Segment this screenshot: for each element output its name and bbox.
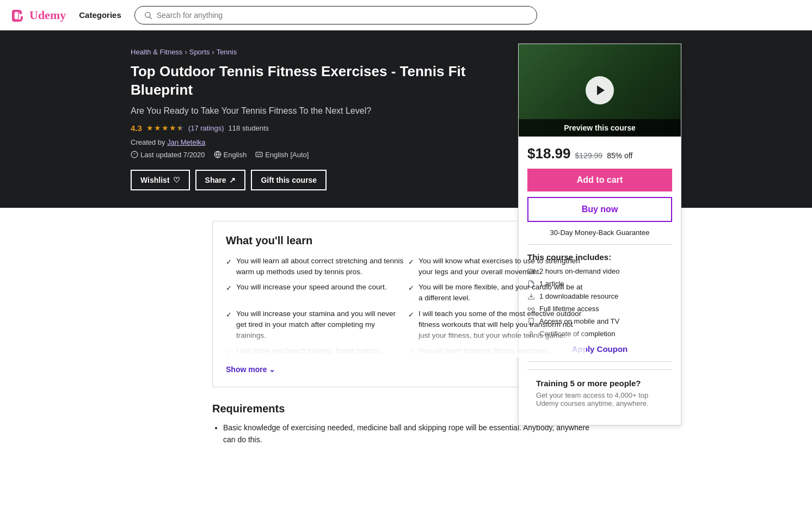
stars: ★ ★ ★ ★ ★ ★: [146, 123, 184, 132]
money-back-guarantee: 30-Day Money-Back Guarantee: [527, 228, 672, 237]
learn-grid: ✓ You will learn all about correct stret…: [226, 256, 586, 357]
hero-content: Health & Fitness › Sports › Tennis Top O…: [131, 48, 512, 190]
svg-line-2: [150, 17, 152, 19]
categories-button[interactable]: Categories: [75, 10, 126, 20]
search-bar: [134, 6, 537, 24]
search-icon: [144, 11, 152, 20]
instructor-link[interactable]: Jan Metelka: [167, 138, 205, 146]
check-icon: ✓: [226, 347, 232, 357]
rating-row: 4.3 ★ ★ ★ ★ ★ ★ (17 ratings) 118 student…: [131, 123, 512, 133]
svg-rect-8: [256, 152, 262, 157]
info-icon: [131, 151, 138, 158]
action-buttons: Wishlist ♡ Share ↗ Gift this course: [131, 170, 512, 190]
check-icon: ✓: [408, 347, 414, 357]
language: English: [214, 151, 247, 159]
check-icon: ✓: [408, 283, 414, 294]
show-more-button[interactable]: Show more ⌄: [226, 365, 275, 374]
last-updated: Last updated 7/2020: [131, 151, 205, 159]
check-icon: ✓: [408, 257, 414, 268]
globe-icon: [214, 151, 222, 158]
search-input[interactable]: [157, 11, 528, 20]
list-item: ✓ You will be more flexible, and your ca…: [408, 282, 586, 304]
course-subtitle: Are You Ready to Take Your Tennis Fitnes…: [131, 106, 512, 116]
card-divider-2: [527, 361, 672, 362]
list-item: ✓ You will increase your speed around th…: [226, 282, 404, 304]
preview-thumbnail[interactable]: Preview this course: [519, 44, 681, 137]
logo-text: Udemy: [29, 8, 66, 22]
add-to-cart-button[interactable]: Add to cart: [527, 169, 672, 191]
price-original: $129.99: [575, 151, 603, 160]
list-item: ✓ You will increase your stamina and you…: [226, 308, 404, 342]
training-section: Training 5 or more people? Get your team…: [527, 369, 672, 416]
navbar: U Udemy Categories: [0, 0, 812, 30]
gift-button[interactable]: Gift this course: [251, 170, 327, 190]
course-card: Preview this course $18.99 $129.99 85% o…: [518, 44, 681, 425]
check-icon: ✓: [226, 283, 232, 294]
list-item: ✓ I will show you beach training, forest…: [226, 345, 404, 357]
play-button[interactable]: [586, 76, 614, 104]
course-title: Top Outdoor Tennis Fitness Exercises - T…: [131, 63, 512, 100]
students-count: 118 students: [229, 124, 269, 132]
price-row: $18.99 $129.99 85% off: [527, 145, 672, 162]
breadcrumb: Health & Fitness › Sports › Tennis: [131, 48, 512, 56]
captions: English [Auto]: [255, 151, 309, 159]
svg-text:U: U: [11, 9, 20, 23]
check-icon: ✓: [408, 310, 414, 320]
check-icon: ✓: [226, 310, 232, 320]
udemy-logo[interactable]: U Udemy: [9, 5, 66, 25]
rating-count: (17 ratings): [188, 124, 224, 132]
card-divider: [527, 244, 672, 245]
svg-point-1: [145, 12, 150, 17]
price-current: $18.99: [527, 145, 571, 162]
list-item: ✓ You will know what exercises to use to…: [408, 256, 586, 278]
share-button[interactable]: Share ↗: [195, 170, 246, 190]
cc-icon: [255, 151, 263, 158]
preview-label: Preview this course: [519, 119, 681, 137]
play-icon: [594, 84, 607, 97]
price-discount: 85% off: [607, 151, 632, 160]
breadcrumb-tennis[interactable]: Tennis: [217, 48, 237, 56]
hero-section: Health & Fitness › Sports › Tennis Top O…: [0, 30, 812, 208]
created-by: Created by Jan Metelka: [131, 138, 512, 146]
training-title: Training 5 or more people?: [536, 379, 663, 388]
breadcrumb-sports[interactable]: Sports: [189, 48, 210, 56]
buy-now-button[interactable]: Buy now: [527, 197, 672, 222]
breadcrumb-health-fitness[interactable]: Health & Fitness: [131, 48, 182, 56]
check-icon: ✓: [226, 257, 232, 268]
list-item: ✓ You will learn all about correct stret…: [226, 256, 404, 278]
learn-items-container: ✓ You will learn all about correct stret…: [226, 256, 586, 357]
training-desc: Get your team access to 4,000+ top Udemy…: [536, 391, 663, 407]
chevron-down-icon: ⌄: [269, 365, 275, 374]
meta-row: Last updated 7/2020 English English [Aut…: [131, 151, 512, 159]
rating-number: 4.3: [131, 123, 142, 133]
svg-marker-9: [597, 85, 605, 95]
list-item: ✓ You will learn footwork fitness exerci…: [408, 345, 586, 357]
list-item: ✓ I will teach you some of the most effe…: [408, 308, 586, 342]
wishlist-button[interactable]: Wishlist ♡: [131, 170, 190, 190]
